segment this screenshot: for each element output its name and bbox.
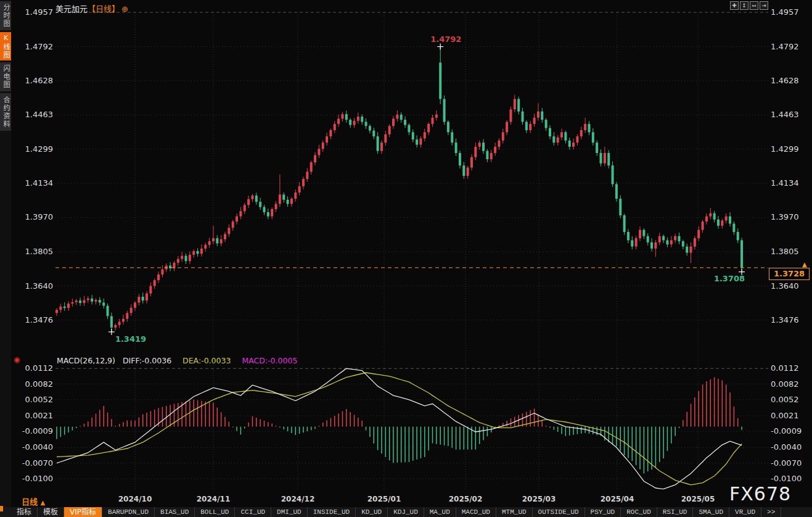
candle-body — [432, 118, 434, 124]
price-tick-label: 1.4792 — [771, 42, 799, 51]
candle-body — [533, 118, 536, 124]
footer-item--[interactable]: 模板 — [38, 507, 64, 517]
footer-item-sma_ud[interactable]: SMA_UD — [693, 507, 729, 517]
candle-body — [353, 121, 356, 125]
candle-body — [506, 122, 508, 132]
candle-body — [635, 238, 638, 246]
dea-line — [57, 373, 742, 485]
price-tick-label: 1.3805 — [17, 247, 53, 256]
footer-item-vip-[interactable]: VIP指标 — [64, 507, 102, 517]
last-low-annotation: 1.3708 — [703, 274, 745, 283]
candle-body — [498, 141, 500, 147]
candle-body — [208, 241, 211, 245]
price-alert-icon[interactable]: ▲ — [802, 261, 807, 268]
go-latest-icon[interactable]: ⇥ — [760, 1, 768, 10]
candle-body — [200, 249, 203, 254]
macd-tick-label: 0.0052 — [771, 395, 799, 404]
candle-body — [678, 236, 680, 241]
candle-body — [59, 307, 62, 310]
footer-item-vr_ud[interactable]: VR_UD — [729, 507, 761, 517]
footer-item-kd_ud[interactable]: KD_UD — [356, 507, 388, 517]
candle-body — [416, 139, 418, 144]
candle-body — [666, 240, 668, 244]
footer-item--[interactable]: >> — [761, 507, 781, 517]
pan-icon[interactable]: ✚ — [730, 1, 739, 10]
add-indicator-icon[interactable]: ⊕ — [121, 4, 128, 14]
candle-body — [192, 251, 195, 255]
macd-settings-icon[interactable]: ◉ — [14, 355, 20, 364]
footer-item-outside_ud[interactable]: OUTSIDE_UD — [533, 507, 585, 517]
scale-x-icon[interactable]: ↔ — [750, 1, 758, 10]
candle-body — [647, 236, 649, 242]
candle-body — [204, 245, 207, 249]
candle-body — [572, 143, 575, 147]
candle-body — [529, 124, 531, 130]
candle-body — [725, 217, 728, 221]
sidebar-tab-lightning[interactable]: 闪电图 — [0, 62, 11, 91]
macd-diff-value: DIFF:-0.0036 — [123, 356, 171, 365]
footer-item-psy_ud[interactable]: PSY_UD — [585, 507, 621, 517]
chart-canvas[interactable] — [0, 0, 812, 507]
footer-item-roc_ud[interactable]: ROC_UD — [621, 507, 657, 517]
current-price-badge: 1.3728 — [769, 268, 810, 280]
candle-body — [369, 126, 371, 130]
chart-title: 美元加元【日线】⊕ — [55, 2, 128, 14]
period-tag[interactable]: 【日线】 — [88, 4, 120, 14]
macd-tick-label: 0.0112 — [771, 363, 799, 373]
candle-body — [341, 114, 343, 118]
period-selector[interactable]: 日线 ▲ — [22, 495, 45, 507]
candle-body — [435, 115, 438, 118]
macd-tick-label: 0.0082 — [17, 379, 53, 389]
footer-item-kdj_ud[interactable]: KDJ_UD — [388, 507, 424, 517]
candle-body — [251, 196, 253, 199]
macd-tick-label: 0.0082 — [771, 379, 799, 389]
footer-item-mtm_ud[interactable]: MTM_UD — [496, 507, 533, 517]
price-tick-label: 1.3476 — [771, 315, 799, 325]
candle-body — [110, 316, 113, 328]
macd-macd-value: MACD:-0.0005 — [242, 356, 297, 365]
candle-body — [732, 224, 735, 232]
footer-item-barupdn_ud[interactable]: BARUPDN_UD — [102, 507, 155, 517]
sidebar-tab-contract-info[interactable]: 合约资料 — [0, 93, 11, 131]
candle-body — [388, 126, 391, 134]
macd-tick-label: -0.0040 — [771, 442, 802, 452]
candle-body — [576, 136, 578, 143]
candle-body — [345, 114, 348, 120]
macd-header: MACD(26,12,9) DIFF:-0.0036 DEA:-0.0033 M… — [57, 356, 297, 365]
candle-body — [102, 302, 105, 305]
candle-body — [255, 196, 258, 202]
candle-body — [122, 319, 125, 322]
footer-item-boll_ud[interactable]: BOLL_UD — [195, 507, 235, 517]
footer-item-bias_ud[interactable]: BIAS_UD — [155, 507, 195, 517]
footer-item-ma_ud[interactable]: MA_UD — [424, 507, 456, 517]
candle-body — [107, 306, 109, 316]
footer-item-rsi_ud[interactable]: RSI_UD — [657, 507, 694, 517]
footer-item-cci_ud[interactable]: CCI_UD — [235, 507, 271, 517]
price-tick-label: 1.3970 — [771, 212, 799, 221]
macd-title: MACD(26,12,9) — [57, 356, 115, 365]
price-tick-label: 1.4463 — [17, 110, 53, 119]
footer-item-macd_ud[interactable]: MACD_UD — [456, 507, 496, 517]
footer-item-inside_ud[interactable]: INSIDE_UD — [308, 507, 356, 517]
candle-body — [560, 132, 563, 137]
candle-body — [564, 132, 567, 140]
candle-body — [161, 270, 163, 275]
candle-body — [294, 192, 297, 199]
candle-body — [334, 124, 336, 130]
candle-body — [459, 153, 461, 165]
scale-y-icon[interactable]: ↕ — [740, 1, 748, 10]
candle-body — [584, 124, 586, 130]
price-tick-label: 1.4463 — [771, 110, 799, 119]
candle-body — [67, 304, 70, 308]
footer-item-dmi_ud[interactable]: DMI_UD — [271, 507, 308, 517]
footer-item--[interactable]: 指标 — [11, 507, 38, 517]
candle-body — [737, 232, 739, 240]
candle-body — [146, 294, 148, 300]
candle-body — [361, 117, 363, 122]
candle-body — [525, 122, 528, 130]
candle-body — [462, 165, 465, 176]
candle-body — [568, 141, 571, 147]
candle-body — [713, 213, 716, 220]
sidebar-tab-kline[interactable]: K线图 — [0, 32, 11, 60]
sidebar-tab-timeline[interactable]: 分时图 — [0, 1, 11, 30]
